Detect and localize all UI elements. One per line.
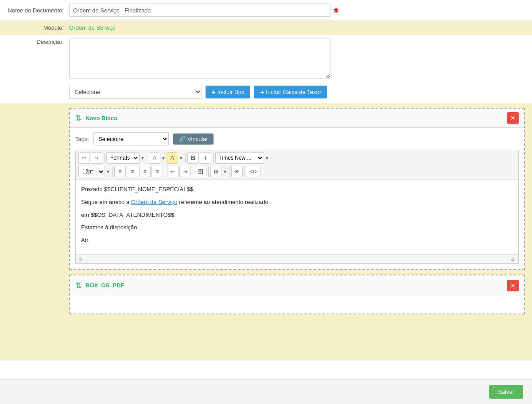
tb-divider-2 bbox=[147, 153, 147, 163]
tb-divider-10 bbox=[245, 167, 245, 177]
editor-text-3: em $$OS_DATA_ATENDIMENTO$$. bbox=[81, 212, 176, 218]
editor-toolbar-row2: 12pt ▼ ≡ ≡ ≡ ≡ ⇤ ⇥ 🖼 ⊞ bbox=[78, 166, 516, 177]
tb-font-color-button[interactable]: A bbox=[149, 152, 160, 164]
editor-text-2b: referente ao atendimento realizado bbox=[178, 199, 268, 205]
block2-move-icon[interactable]: ⇅ bbox=[75, 281, 82, 290]
required-star-icon: ✱ bbox=[333, 6, 339, 15]
block2-remove-button[interactable]: ✕ bbox=[507, 280, 519, 291]
editor-link[interactable]: Ordem de Serviço bbox=[131, 199, 178, 205]
tb-indent-increase-button[interactable]: ⇥ bbox=[179, 166, 191, 177]
editor-toolbar: ↩ ↪ Formats ▼ A ▼ A ▼ B I bbox=[76, 150, 518, 180]
tb-divider-7 bbox=[193, 167, 193, 177]
tb-divider-8 bbox=[208, 167, 209, 177]
block1-title-wrapper: ⇅ Novo Bloco bbox=[75, 113, 117, 123]
tb-image-button[interactable]: 🖼 bbox=[195, 166, 206, 177]
btn-vincular-label: Vincular bbox=[187, 136, 208, 142]
tb-highlight-button[interactable]: A bbox=[167, 152, 178, 164]
block1-title: Novo Bloco bbox=[85, 115, 117, 122]
editor-text-1: Prezado $$CLIENTE_NOME_ESPECIAL$$, bbox=[81, 186, 195, 192]
editor-text-5: Att. bbox=[81, 237, 90, 243]
editor-text-4: Estamos à disposição. bbox=[81, 224, 139, 231]
descricao-row: Descrição: bbox=[0, 35, 532, 82]
editor-para-4: Estamos à disposição. bbox=[81, 223, 513, 232]
editor-para-2: Segue em anexo a Ordem de Serviço refere… bbox=[81, 198, 513, 207]
main-select[interactable]: Selecione bbox=[69, 85, 202, 99]
btn-incluir-box[interactable]: + Incluir Box bbox=[206, 86, 250, 98]
editor-content[interactable]: Prezado $$CLIENTE_NOME_ESPECIAL$$, Segue… bbox=[76, 180, 518, 254]
tb-redo-button[interactable]: ↪ bbox=[91, 152, 102, 164]
block2-content bbox=[70, 296, 524, 314]
editor-para-5: Att. bbox=[81, 236, 513, 245]
tb-fontsize-arrow: ▼ bbox=[106, 169, 110, 174]
editor-statusbar: p ⊿ bbox=[76, 254, 518, 263]
btn-incluir-box-label: Incluir Box bbox=[217, 89, 245, 95]
editor-para-3: em $$OS_DATA_ATENDIMENTO$$. bbox=[81, 211, 513, 220]
tb-align-right-button[interactable]: ≡ bbox=[139, 166, 151, 177]
descricao-textarea[interactable] bbox=[69, 39, 330, 78]
plus-icon-2: + bbox=[260, 88, 264, 96]
tb-bold-button[interactable]: B bbox=[187, 152, 199, 164]
link-icon: 🔗 bbox=[179, 136, 186, 142]
tb-divider-3 bbox=[185, 153, 186, 163]
tb-preview-button[interactable]: 👁 bbox=[231, 166, 243, 177]
block-box-os-pdf: ⇅ BOX_OS_PDF ✕ bbox=[69, 275, 525, 314]
plus-icon: + bbox=[212, 88, 216, 96]
tb-align-center-button[interactable]: ≡ bbox=[127, 166, 138, 177]
tb-divider-9 bbox=[229, 167, 229, 177]
block1-tags-label: Tags: bbox=[75, 136, 89, 142]
tb-divider-4 bbox=[213, 153, 214, 163]
save-button[interactable]: Salvar bbox=[489, 385, 523, 399]
tb-formats-select[interactable]: Formats bbox=[106, 152, 140, 164]
editor-resize-handle[interactable]: ⊿ bbox=[510, 256, 515, 262]
main-toolbar-row: Selecione + Incluir Box + Incluir Caixa … bbox=[0, 82, 532, 103]
block2-title-wrapper: ⇅ BOX_OS_PDF bbox=[75, 281, 124, 290]
tb-font-arrow: ▼ bbox=[265, 156, 269, 161]
footer-bar: Salvar bbox=[0, 379, 532, 404]
editor-para-1: Prezado $$CLIENTE_NOME_ESPECIAL$$, bbox=[81, 185, 513, 194]
modulo-row: Módulo: Ordem de Serviço bbox=[0, 21, 532, 35]
editor-toolbar-row1: ↩ ↪ Formats ▼ A ▼ A ▼ B I bbox=[78, 152, 516, 164]
content-area: ⇅ Novo Bloco ✕ Tags: Selecione 🔗 Vincula… bbox=[0, 103, 532, 361]
tb-font-select[interactable]: Times New ... bbox=[215, 152, 264, 164]
editor-status-p: p bbox=[79, 256, 82, 262]
block1-header: ⇅ Novo Bloco ✕ bbox=[70, 109, 524, 128]
tb-table-arrow: ▼ bbox=[223, 169, 227, 174]
tb-align-left-button[interactable]: ≡ bbox=[114, 166, 126, 177]
block1-remove-button[interactable]: ✕ bbox=[507, 112, 519, 124]
modulo-value-wrapper: Ordem de Serviço bbox=[69, 24, 525, 31]
tb-highlight-arrow: ▼ bbox=[179, 156, 183, 161]
btn-vincular[interactable]: 🔗 Vincular bbox=[173, 133, 214, 145]
editor-wrapper: ↩ ↪ Formats ▼ A ▼ A ▼ B I bbox=[75, 150, 519, 264]
tb-table-button[interactable]: ⊞ bbox=[210, 166, 222, 177]
tb-code-button[interactable]: </> bbox=[247, 166, 260, 177]
tb-indent-decrease-button[interactable]: ⇤ bbox=[167, 166, 179, 177]
block1-move-icon[interactable]: ⇅ bbox=[75, 113, 82, 123]
btn-incluir-caixa-label: Incluir Caixa de Texto bbox=[266, 89, 321, 95]
block2-title: BOX_OS_PDF bbox=[85, 282, 124, 289]
tb-fontsize-select[interactable]: 12pt bbox=[78, 166, 105, 177]
tb-undo-button[interactable]: ↩ bbox=[78, 152, 90, 164]
modulo-label: Módulo: bbox=[7, 24, 69, 31]
tb-align-justify-button[interactable]: ≡ bbox=[151, 166, 163, 177]
descricao-label: Descrição: bbox=[7, 39, 69, 45]
block1-tags-select[interactable]: Selecione bbox=[93, 132, 169, 145]
tb-divider-5 bbox=[112, 167, 113, 177]
tb-divider-1 bbox=[104, 153, 105, 163]
page-wrapper: Nome do Documento: ✱ Módulo: Ordem de Se… bbox=[0, 0, 532, 404]
doc-name-input-wrapper: ✱ bbox=[69, 4, 525, 17]
block2-header: ⇅ BOX_OS_PDF ✕ bbox=[70, 275, 524, 296]
doc-name-label: Nome do Documento: bbox=[7, 7, 69, 14]
block-novo-bloco: ⇅ Novo Bloco ✕ Tags: Selecione 🔗 Vincula… bbox=[69, 108, 525, 270]
block1-tags-row: Tags: Selecione 🔗 Vincular bbox=[70, 128, 524, 150]
tb-formats-arrow: ▼ bbox=[140, 156, 145, 161]
editor-text-2a: Segue em anexo a bbox=[81, 199, 131, 205]
tb-italic-button[interactable]: I bbox=[200, 152, 211, 164]
doc-name-input[interactable] bbox=[69, 4, 330, 17]
btn-incluir-caixa[interactable]: + Incluir Caixa de Texto bbox=[254, 86, 327, 98]
doc-name-row: Nome do Documento: ✱ bbox=[0, 0, 532, 21]
tb-divider-6 bbox=[165, 167, 165, 177]
modulo-value: Ordem de Serviço bbox=[69, 24, 116, 31]
tb-font-color-arrow: ▼ bbox=[161, 156, 166, 161]
